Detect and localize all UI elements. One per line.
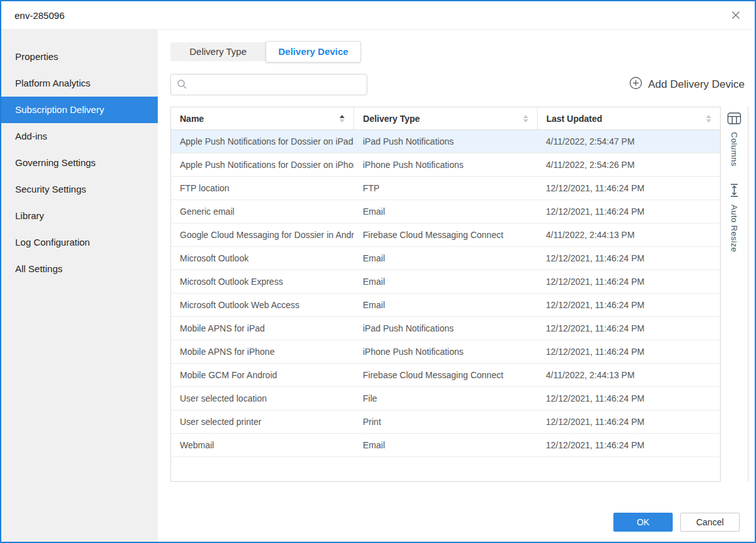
cell-name: Apple Push Notifications for Dossier on … xyxy=(171,160,354,170)
sidebar: PropertiesPlatform AnalyticsSubscription… xyxy=(1,30,158,542)
table-area: NameDelivery TypeLast Updated Apple Push… xyxy=(170,107,755,482)
cell-last-updated: 12/12/2021, 11:46:24 PM xyxy=(537,206,720,217)
tab-group: Delivery TypeDelivery Device xyxy=(170,42,361,61)
cell-last-updated: 12/12/2021, 11:46:24 PM xyxy=(537,393,720,403)
cell-delivery-type: Firebase Cloud Messaging Connect xyxy=(354,370,537,380)
cell-last-updated: 12/12/2021, 11:46:24 PM xyxy=(537,300,720,310)
column-label: Delivery Type xyxy=(363,114,420,124)
table-row[interactable]: Generic emailEmail12/12/2021, 11:46:24 P… xyxy=(171,200,720,224)
cell-last-updated: 12/12/2021, 11:46:24 PM xyxy=(537,253,720,263)
cell-name: Mobile GCM For Android xyxy=(171,370,354,380)
table-row[interactable]: Google Cloud Messaging for Dossier in An… xyxy=(171,224,720,247)
close-icon[interactable] xyxy=(728,8,743,23)
table-tool-strip: Columns Auto Resize xyxy=(721,107,748,482)
columns-icon xyxy=(727,112,741,128)
cancel-button[interactable]: Cancel xyxy=(680,513,740,532)
cell-delivery-type: Email xyxy=(354,300,537,310)
table-row[interactable]: Mobile APNS for iPadiPad Push Notificati… xyxy=(171,317,720,340)
auto-resize-label: Auto Resize xyxy=(729,205,739,253)
sidebar-item-properties[interactable]: Properties xyxy=(1,44,158,70)
cell-name: FTP location xyxy=(171,183,354,193)
table-row[interactable]: Mobile APNS for iPhoneiPhone Push Notifi… xyxy=(171,340,720,364)
table-row[interactable]: User selected locationFile12/12/2021, 11… xyxy=(171,387,720,410)
sidebar-item-all-settings[interactable]: All Settings xyxy=(1,256,158,282)
columns-button[interactable]: Columns xyxy=(727,112,741,167)
column-header-last-updated[interactable]: Last Updated xyxy=(538,107,720,129)
auto-resize-button[interactable]: Auto Resize xyxy=(728,183,740,253)
environment-settings-dialog: env-285096 PropertiesPlatform AnalyticsS… xyxy=(0,0,756,543)
cell-delivery-type: iPhone Push Notifications xyxy=(354,160,537,170)
auto-resize-icon xyxy=(728,183,740,200)
column-header-delivery-type[interactable]: Delivery Type xyxy=(354,107,537,129)
tab-delivery-device[interactable]: Delivery Device xyxy=(266,41,361,63)
cell-name: Microsoft Outlook Express xyxy=(171,277,354,287)
column-label: Last Updated xyxy=(546,114,603,124)
search-box xyxy=(170,74,367,95)
column-label: Name xyxy=(180,114,204,124)
table-row[interactable]: Microsoft Outlook Web AccessEmail12/12/2… xyxy=(171,294,720,317)
dialog-footer: OK Cancel xyxy=(613,513,740,532)
cell-delivery-type: Email xyxy=(354,253,537,263)
table-row[interactable]: Mobile GCM For AndroidFirebase Cloud Mes… xyxy=(171,364,720,387)
window-title: env-285096 xyxy=(15,10,64,21)
cell-last-updated: 12/12/2021, 11:46:24 PM xyxy=(537,277,720,287)
cell-delivery-type: iPad Push Notifications xyxy=(354,136,537,146)
cell-delivery-type: Email xyxy=(354,277,537,287)
sidebar-item-add-ins[interactable]: Add-ins xyxy=(1,123,158,150)
table-row[interactable]: Microsoft Outlook ExpressEmail12/12/2021… xyxy=(171,270,720,294)
cell-name: Mobile APNS for iPhone xyxy=(171,347,354,357)
cell-last-updated: 12/12/2021, 11:46:24 PM xyxy=(537,183,720,193)
cell-name: Google Cloud Messaging for Dossier in An… xyxy=(171,230,354,240)
cell-name: Apple Push Notifications for Dossier on … xyxy=(171,136,354,146)
column-header-name[interactable]: Name xyxy=(171,107,354,129)
table-row[interactable]: Microsoft OutlookEmail12/12/2021, 11:46:… xyxy=(171,247,720,270)
cell-delivery-type: Print xyxy=(354,417,537,427)
cell-last-updated: 4/11/2022, 2:54:47 PM xyxy=(537,136,720,146)
sidebar-item-log-configuration[interactable]: Log Configuration xyxy=(1,229,158,256)
sort-arrows-icon xyxy=(518,115,528,122)
cell-name: Webmail xyxy=(171,440,354,450)
tab-delivery-type[interactable]: Delivery Type xyxy=(170,42,266,61)
cell-last-updated: 12/12/2021, 11:46:24 PM xyxy=(537,417,720,427)
search-input[interactable] xyxy=(170,74,367,95)
cell-last-updated: 4/11/2022, 2:44:13 PM xyxy=(537,370,720,380)
ok-button[interactable]: OK xyxy=(613,513,673,532)
cell-name: Generic email xyxy=(171,206,354,217)
cell-last-updated: 4/11/2022, 2:54:26 PM xyxy=(537,160,720,170)
sidebar-item-platform-analytics[interactable]: Platform Analytics xyxy=(1,70,158,97)
cell-name: Microsoft Outlook Web Access xyxy=(171,300,354,310)
sidebar-item-subscription-delivery[interactable]: Subscription Delivery xyxy=(1,97,158,123)
table-controls: Add Delivery Device xyxy=(170,74,755,95)
cell-delivery-type: Email xyxy=(354,440,537,450)
table-row[interactable]: Apple Push Notifications for Dossier on … xyxy=(171,130,720,153)
sidebar-item-governing-settings[interactable]: Governing Settings xyxy=(1,150,158,176)
cell-name: Mobile APNS for iPad xyxy=(171,323,354,333)
sidebar-item-security-settings[interactable]: Security Settings xyxy=(1,176,158,203)
table-row[interactable]: User selected printerPrint12/12/2021, 11… xyxy=(171,410,720,434)
table-empty-space xyxy=(171,457,720,481)
cell-delivery-type: FTP xyxy=(354,183,537,193)
cell-delivery-type: File xyxy=(354,393,537,403)
columns-label: Columns xyxy=(729,132,739,167)
cell-name: Microsoft Outlook xyxy=(171,253,354,263)
sort-arrows-icon xyxy=(701,115,711,122)
sort-arrows-icon xyxy=(334,115,345,122)
add-plus-icon xyxy=(629,76,642,93)
table-body: Apple Push Notifications for Dossier on … xyxy=(171,130,720,457)
titlebar: env-285096 xyxy=(1,1,755,30)
sidebar-item-library[interactable]: Library xyxy=(1,203,158,229)
cell-delivery-type: Firebase Cloud Messaging Connect xyxy=(354,230,537,240)
cell-delivery-type: iPad Push Notifications xyxy=(354,323,537,333)
add-delivery-device-button[interactable]: Add Delivery Device xyxy=(629,76,745,93)
cell-last-updated: 12/12/2021, 11:46:24 PM xyxy=(537,323,720,333)
table-row[interactable]: WebmailEmail12/12/2021, 11:46:24 PM xyxy=(171,434,720,457)
table-row[interactable]: Apple Push Notifications for Dossier on … xyxy=(171,153,720,177)
table-row[interactable]: FTP locationFTP12/12/2021, 11:46:24 PM xyxy=(171,177,720,200)
cell-delivery-type: iPhone Push Notifications xyxy=(354,347,537,357)
cell-last-updated: 4/11/2022, 2:44:13 PM xyxy=(537,230,720,240)
cell-last-updated: 12/12/2021, 11:46:24 PM xyxy=(537,347,720,357)
delivery-device-table: NameDelivery TypeLast Updated Apple Push… xyxy=(170,107,721,482)
content-pane: Delivery TypeDelivery Device Add Deliver… xyxy=(158,30,755,542)
dialog-body: PropertiesPlatform AnalyticsSubscription… xyxy=(1,30,755,542)
table-header-row: NameDelivery TypeLast Updated xyxy=(171,107,720,130)
